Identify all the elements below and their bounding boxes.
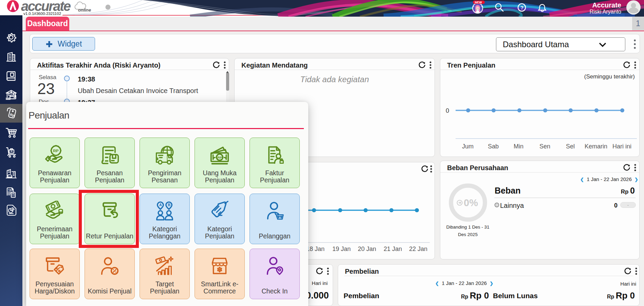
svg-text:TAX: TAX <box>8 188 14 192</box>
svg-text:Rp: Rp <box>10 113 15 118</box>
svg-text:NEW: NEW <box>475 1 482 4</box>
svg-text:RP: RP <box>218 156 222 159</box>
svg-text:0%: 0% <box>464 197 478 208</box>
svg-text:B: B <box>168 203 170 207</box>
svg-text:A: A <box>159 203 162 207</box>
svg-text:0: 0 <box>446 107 449 114</box>
svg-text:RP: RP <box>53 148 58 153</box>
svg-text:?: ? <box>520 5 523 11</box>
